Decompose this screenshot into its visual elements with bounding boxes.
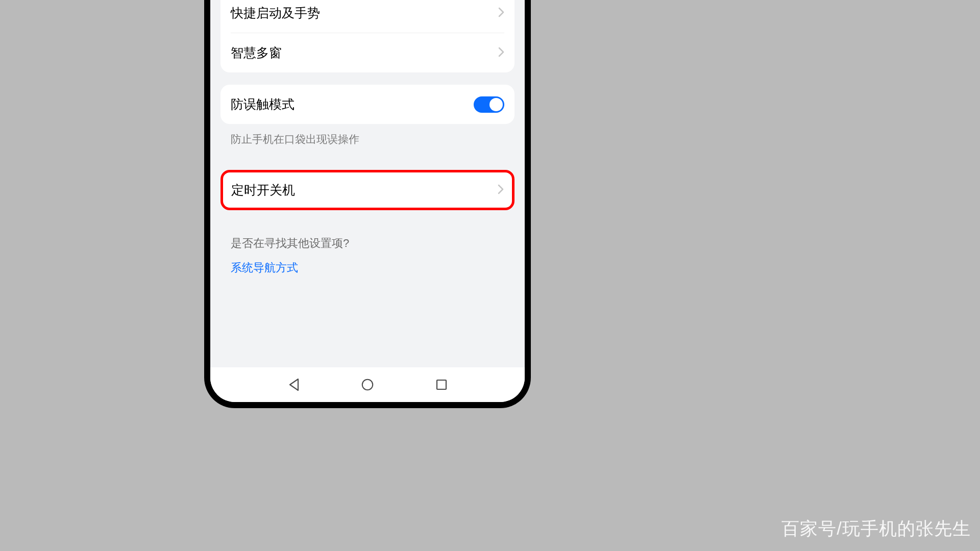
- watermark: 百家号/玩手机的张先生: [781, 517, 971, 541]
- chevron-right-icon: [498, 7, 504, 19]
- settings-item-label: 定时开关机: [231, 182, 295, 198]
- nav-back-button[interactable]: [287, 378, 300, 391]
- chevron-right-icon: [498, 47, 504, 59]
- phone-frame: 快捷启动及手势 智慧多窗 防误触模式: [204, 0, 531, 408]
- toggle-knob: [489, 98, 503, 111]
- settings-footer: 是否在寻找其他设置项? 系统导航方式: [220, 226, 514, 286]
- settings-item-label: 智慧多窗: [231, 44, 282, 61]
- settings-item-label: 快捷启动及手势: [231, 5, 320, 21]
- nav-recent-button[interactable]: [435, 378, 448, 391]
- footer-link-system-navigation[interactable]: 系统导航方式: [231, 260, 504, 276]
- phone-screen: 快捷启动及手势 智慧多窗 防误触模式: [210, 0, 525, 402]
- settings-item-quick-launch-gestures[interactable]: 快捷启动及手势: [220, 0, 514, 33]
- settings-group-2: 防误触模式: [220, 85, 514, 124]
- settings-item-label: 防误触模式: [231, 96, 295, 113]
- settings-group-3-highlighted: 定时开关机: [220, 170, 514, 210]
- navigation-bar: [210, 367, 525, 402]
- chevron-right-icon: [498, 184, 504, 196]
- settings-item-mistouch-prevention: 防误触模式: [220, 85, 514, 124]
- nav-home-button[interactable]: [361, 378, 374, 391]
- footer-question: 是否在寻找其他设置项?: [231, 236, 504, 251]
- settings-content: 快捷启动及手势 智慧多窗 防误触模式: [210, 0, 525, 367]
- mistouch-prevention-toggle[interactable]: [474, 96, 504, 113]
- helper-text: 防止手机在口袋出现误操作: [220, 124, 514, 146]
- svg-point-0: [362, 380, 373, 390]
- svg-rect-1: [437, 380, 446, 389]
- settings-group-1: 快捷启动及手势 智慧多窗: [220, 0, 514, 72]
- settings-item-smart-multi-window[interactable]: 智慧多窗: [220, 33, 514, 72]
- settings-item-scheduled-power[interactable]: 定时开关机: [223, 172, 512, 208]
